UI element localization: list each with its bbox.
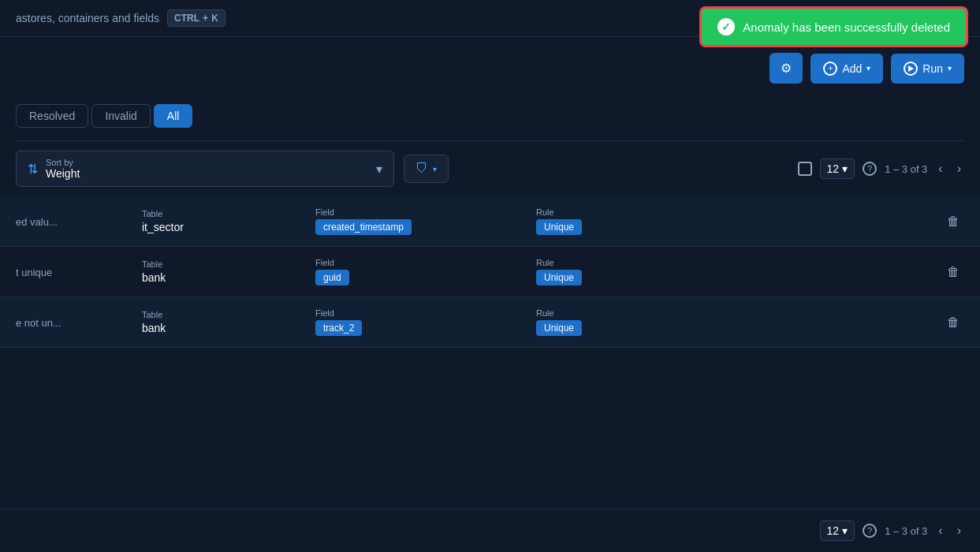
row-3-action: 🗑 (741, 311, 964, 334)
row-2-field: Field guid (315, 258, 536, 285)
add-chevron-icon: ▾ (866, 64, 870, 73)
settings-button[interactable]: ⚙ (769, 53, 803, 84)
sort-label-group: Sort by Weight (46, 158, 368, 180)
row-1-desc: ed valu... (16, 214, 142, 229)
bottom-prev-page-button[interactable]: ‹ (935, 520, 945, 541)
prev-page-button[interactable]: ‹ (935, 159, 945, 179)
table-row: e not un... Table bank Field track_2 Rul… (0, 297, 980, 348)
row-2-table: Table bank (142, 259, 315, 284)
table-row: ed valu... Table it_sector Field created… (0, 196, 980, 247)
row-1-field-badge: created_timestamp (315, 219, 412, 235)
bottom-page-size-select[interactable]: 12 ▾ (820, 520, 855, 541)
filter-chevron-icon: ▾ (433, 165, 437, 173)
success-notification: Anomaly has been successfully deleted (699, 6, 968, 47)
row-1-field: Field created_timestamp (315, 207, 536, 235)
right-controls: 12 ▾ ? 1 – 3 of 3 ‹ › (798, 159, 964, 179)
next-page-button[interactable]: › (954, 159, 964, 179)
row-2-action: 🗑 (741, 260, 964, 284)
tab-resolved[interactable]: Resolved (16, 104, 88, 128)
table-row: t unique Table bank Field guid Rule Uniq… (0, 247, 980, 297)
row-2-rule-badge: Unique (536, 270, 582, 285)
sort-icon: ⇅ (28, 162, 38, 177)
sort-chevron-icon: ▾ (376, 162, 382, 177)
row-1-rule: Rule Unique (536, 207, 741, 235)
row-1-action: 🗑 (741, 210, 964, 233)
help-icon[interactable]: ? (863, 162, 877, 176)
sort-control[interactable]: ⇅ Sort by Weight ▾ (16, 151, 394, 187)
bottom-pagination-range: 1 – 3 of 3 (885, 525, 927, 537)
row-2-desc: t unique (16, 265, 142, 279)
row-1-rule-badge: Unique (536, 219, 582, 235)
bottom-bar: 12 ▾ ? 1 – 3 of 3 ‹ › (0, 509, 980, 552)
shortcut-badge: CTRL + K (167, 9, 225, 27)
run-button[interactable]: Run ▾ (891, 54, 964, 84)
search-area: astores, containers and fields CTRL + K (16, 9, 225, 27)
search-text: astores, containers and fields (16, 12, 159, 24)
filter-tabs: Resolved Invalid All (16, 91, 964, 141)
row-3-table: Table bank (142, 310, 315, 334)
select-all-checkbox[interactable] (798, 162, 812, 176)
plus-icon: + (823, 62, 837, 76)
tab-all[interactable]: All (154, 104, 193, 128)
row-1-table: Table it_sector (142, 209, 315, 233)
row-3-field: Field track_2 (315, 308, 536, 336)
page-size-chevron-icon: ▾ (842, 162, 848, 175)
row-2-rule: Rule Unique (536, 258, 741, 285)
row-2-field-badge: guid (315, 270, 349, 285)
filter-button[interactable]: ⛉ ▾ (404, 155, 449, 183)
play-icon (904, 62, 918, 76)
main-content: Resolved Invalid All ⇅ Sort by Weight ▾ … (0, 91, 980, 348)
controls-row: ⇅ Sort by Weight ▾ ⛉ ▾ 12 ▾ ? 1 – 3 of 3… (0, 141, 980, 196)
run-chevron-icon: ▾ (948, 64, 952, 73)
success-icon (717, 18, 735, 35)
sort-label-top: Sort by (46, 158, 368, 167)
row-2-delete-button[interactable]: 🗑 (942, 260, 964, 284)
gear-icon: ⚙ (781, 61, 792, 76)
top-bar: astores, containers and fields CTRL + K … (0, 0, 980, 37)
row-3-rule: Rule Unique (536, 308, 741, 336)
page-size-select[interactable]: 12 ▾ (820, 159, 855, 179)
bottom-page-size-chevron-icon: ▾ (842, 524, 848, 537)
row-3-delete-button[interactable]: 🗑 (942, 311, 964, 334)
row-3-desc: e not un... (16, 315, 142, 330)
bottom-help-icon[interactable]: ? (863, 524, 877, 538)
sort-label-bottom: Weight (46, 167, 368, 180)
data-table: ed valu... Table it_sector Field created… (0, 196, 980, 348)
row-1-delete-button[interactable]: 🗑 (942, 210, 964, 233)
tab-invalid[interactable]: Invalid (91, 104, 150, 128)
pagination-range: 1 – 3 of 3 (885, 163, 927, 175)
funnel-icon: ⛉ (415, 162, 428, 176)
row-3-rule-badge: Unique (536, 320, 582, 336)
add-button[interactable]: + Add ▾ (810, 54, 883, 84)
filter-tabs-section: Resolved Invalid All (0, 91, 980, 141)
play-triangle (908, 65, 914, 72)
bottom-next-page-button[interactable]: › (954, 520, 964, 541)
row-3-field-badge: track_2 (315, 320, 362, 336)
success-text: Anomaly has been successfully deleted (743, 21, 950, 34)
